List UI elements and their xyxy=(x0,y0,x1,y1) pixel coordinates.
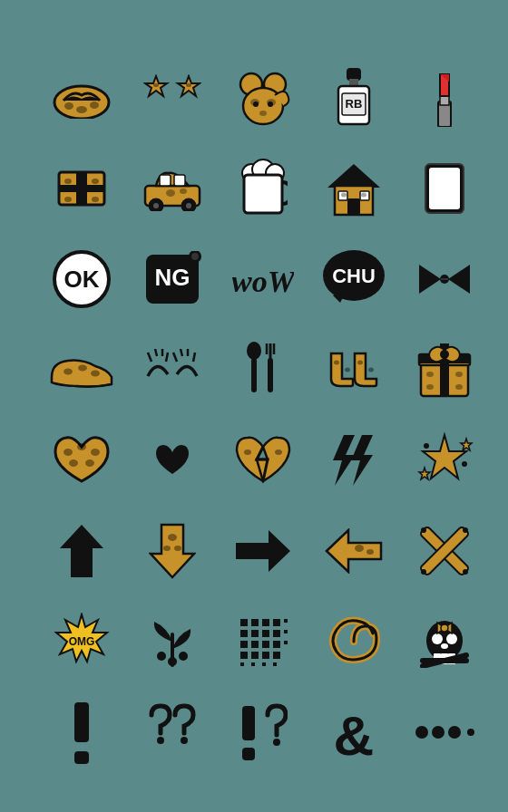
cell-r8c5[interactable] xyxy=(399,687,490,778)
cell-r6c5[interactable] xyxy=(399,506,490,596)
svg-point-181 xyxy=(448,726,461,739)
cell-r6c2[interactable] xyxy=(127,506,218,596)
cell-r3c4[interactable]: CHU xyxy=(308,234,399,324)
svg-point-101 xyxy=(64,449,73,456)
svg-rect-172 xyxy=(74,751,89,764)
svg-point-40 xyxy=(166,189,175,197)
cell-r7c4[interactable] xyxy=(308,596,399,687)
cell-r4c2[interactable] xyxy=(127,324,218,415)
svg-rect-176 xyxy=(242,748,255,760)
svg-point-104 xyxy=(69,459,78,467)
leopard-car-icon xyxy=(142,166,203,211)
svg-rect-154 xyxy=(284,641,288,644)
svg-point-86 xyxy=(334,361,339,365)
cell-r6c4[interactable] xyxy=(308,506,399,596)
cell-r4c4[interactable] xyxy=(308,324,399,415)
svg-line-75 xyxy=(166,353,168,362)
cell-r2c1[interactable] xyxy=(36,143,127,234)
cell-r1c3[interactable] xyxy=(218,53,308,143)
svg-point-114 xyxy=(424,443,429,449)
svg-point-4 xyxy=(90,102,99,109)
svg-point-119 xyxy=(174,546,181,551)
cell-r6c3[interactable] xyxy=(218,506,308,596)
cell-r3c3[interactable]: woW xyxy=(218,234,308,324)
tablet-icon xyxy=(424,162,465,215)
svg-point-88 xyxy=(357,361,363,365)
cell-r8c4[interactable]: & xyxy=(308,687,399,778)
svg-point-106 xyxy=(244,450,251,455)
arrow-down-leopard-icon xyxy=(149,523,196,579)
cell-r8c1[interactable] xyxy=(36,687,127,778)
svg-rect-139 xyxy=(240,630,248,637)
cell-r3c2[interactable]: NG xyxy=(127,234,218,324)
cell-r2c3[interactable] xyxy=(218,143,308,234)
leopard-gift-icon xyxy=(417,342,472,398)
leopard-stars-icon xyxy=(143,74,201,121)
arrow-left-leopard-icon xyxy=(325,528,383,574)
cell-r6c1[interactable] xyxy=(36,506,127,596)
svg-point-103 xyxy=(91,449,100,456)
cell-r5c5[interactable] xyxy=(399,415,490,506)
cell-r5c3[interactable] xyxy=(218,415,308,506)
dots-grid-icon xyxy=(237,615,289,668)
cell-r5c2[interactable] xyxy=(127,415,218,506)
cell-r2c5[interactable] xyxy=(399,143,490,234)
cell-r5c4[interactable] xyxy=(308,415,399,506)
svg-line-73 xyxy=(155,349,157,356)
svg-point-105 xyxy=(85,459,94,467)
leopard-lips-icon xyxy=(51,77,112,119)
svg-point-15 xyxy=(253,102,259,107)
svg-text:NG: NG xyxy=(155,264,190,291)
cell-r8c3[interactable] xyxy=(218,687,308,778)
svg-rect-54 xyxy=(429,168,460,209)
svg-line-72 xyxy=(148,353,151,362)
cell-r7c2[interactable] xyxy=(127,596,218,687)
cell-r1c1[interactable] xyxy=(36,53,127,143)
svg-point-129 xyxy=(463,569,468,575)
svg-point-162 xyxy=(441,643,448,649)
svg-point-99 xyxy=(426,384,434,390)
cell-r7c5[interactable] xyxy=(399,596,490,687)
cell-r8c2[interactable] xyxy=(127,687,218,778)
cell-r2c4[interactable] xyxy=(308,143,399,234)
svg-rect-45 xyxy=(244,175,282,213)
lightning-bolts-icon xyxy=(327,433,380,488)
cell-r1c2[interactable] xyxy=(127,53,218,143)
svg-marker-65 xyxy=(419,265,441,294)
svg-point-31 xyxy=(64,197,72,202)
exclaim-question-icon xyxy=(239,702,288,762)
cell-r7c1[interactable]: OMG xyxy=(36,596,127,687)
cell-r4c1[interactable] xyxy=(36,324,127,415)
cell-r3c1[interactable]: OK xyxy=(36,234,127,324)
svg-point-128 xyxy=(421,569,426,575)
cell-r3c5[interactable] xyxy=(399,234,490,324)
cell-r5c1[interactable] xyxy=(36,415,127,506)
svg-rect-171 xyxy=(74,702,89,742)
svg-rect-28 xyxy=(59,185,104,192)
svg-point-29 xyxy=(64,179,72,184)
svg-point-177 xyxy=(273,739,280,746)
svg-point-87 xyxy=(345,368,350,372)
svg-point-51 xyxy=(341,193,347,198)
cell-r7c3[interactable] xyxy=(218,596,308,687)
cell-r1c4[interactable]: RB xyxy=(308,53,399,143)
cell-r2c2[interactable] xyxy=(127,143,218,234)
svg-point-71 xyxy=(91,371,100,377)
svg-line-77 xyxy=(181,349,182,356)
svg-text:OK: OK xyxy=(64,266,100,293)
svg-text:woW: woW xyxy=(232,265,294,298)
svg-rect-175 xyxy=(242,706,255,740)
svg-point-118 xyxy=(163,546,171,551)
omg-badge-icon: OMG xyxy=(51,613,112,671)
svg-rect-135 xyxy=(240,619,248,626)
cell-r1c5[interactable] xyxy=(399,53,490,143)
cell-r4c3[interactable] xyxy=(218,324,308,415)
svg-point-32 xyxy=(92,197,99,202)
svg-point-3 xyxy=(76,106,87,113)
cell-r4c5[interactable] xyxy=(399,324,490,415)
svg-rect-142 xyxy=(273,630,280,637)
svg-text:OMG: OMG xyxy=(69,635,95,648)
svg-point-160 xyxy=(432,633,443,644)
svg-point-97 xyxy=(426,372,434,377)
svg-point-132 xyxy=(157,652,166,661)
